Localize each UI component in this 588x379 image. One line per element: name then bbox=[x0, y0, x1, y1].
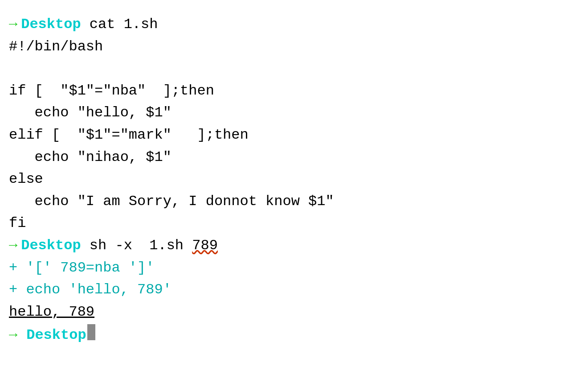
else-text: else bbox=[9, 168, 43, 190]
line-echo-nihao: echo "nihao, $1" bbox=[9, 146, 579, 169]
empty-line-1 bbox=[9, 58, 579, 80]
line-else: else bbox=[9, 168, 579, 190]
line-echo-hello: echo "hello, $1" bbox=[9, 102, 579, 124]
line-if: if [ "$1"="nba" ];then bbox=[9, 80, 579, 102]
prompt-cmd-1: cat 1.sh bbox=[81, 13, 158, 36]
if-text: if [ "$1"="nba" ];then bbox=[9, 80, 214, 102]
prompt-dir-3: Desktop bbox=[26, 324, 86, 346]
line-1: → Desktop cat 1.sh bbox=[9, 13, 579, 36]
line-prompt-sh: → Desktop sh -x 1.sh 789 bbox=[9, 235, 579, 257]
line-debug-echo: + echo 'hello, 789' bbox=[9, 279, 579, 301]
echo-nihao-text: echo "nihao, $1" bbox=[9, 146, 172, 169]
debug-bracket-text: + '[' 789=nba ']' bbox=[9, 257, 154, 279]
hello-789-text: hello, 789 bbox=[9, 301, 94, 323]
prompt-arrow-1: → bbox=[9, 13, 17, 36]
echo-hello-text: echo "hello, $1" bbox=[9, 102, 172, 124]
terminal-content: → Desktop cat 1.sh #!/bin/bash if [ "$1"… bbox=[9, 13, 579, 346]
line-final-prompt: → Desktop bbox=[9, 323, 579, 346]
elif-text: elif [ "$1"="mark" ];then bbox=[9, 124, 249, 146]
line-echo-sorry: echo "I am Sorry, I donnot know $1" bbox=[9, 190, 579, 213]
debug-echo-text: + echo 'hello, 789' bbox=[9, 279, 172, 301]
prompt-cmd-789: 789 bbox=[192, 235, 218, 257]
echo-sorry-text: echo "I am Sorry, I donnot know $1" bbox=[9, 190, 334, 213]
prompt-dir-2: Desktop bbox=[21, 235, 81, 257]
line-debug-bracket: + '[' 789=nba ']' bbox=[9, 257, 579, 279]
fi-text: fi bbox=[9, 212, 26, 235]
prompt-dir-1: Desktop bbox=[21, 13, 81, 36]
prompt-arrow-3: → bbox=[9, 324, 17, 346]
prompt-arrow-2: → bbox=[9, 235, 17, 257]
line-hello-789: hello, 789 bbox=[9, 301, 579, 323]
prompt-space bbox=[21, 324, 26, 346]
terminal-cursor bbox=[87, 324, 95, 340]
shebang-text: #!/bin/bash bbox=[9, 36, 103, 58]
line-elif: elif [ "$1"="mark" ];then bbox=[9, 124, 579, 146]
line-shebang: #!/bin/bash bbox=[9, 36, 579, 58]
line-fi: fi bbox=[9, 212, 579, 235]
prompt-cmd-sh: sh -x 1.sh bbox=[81, 235, 192, 257]
